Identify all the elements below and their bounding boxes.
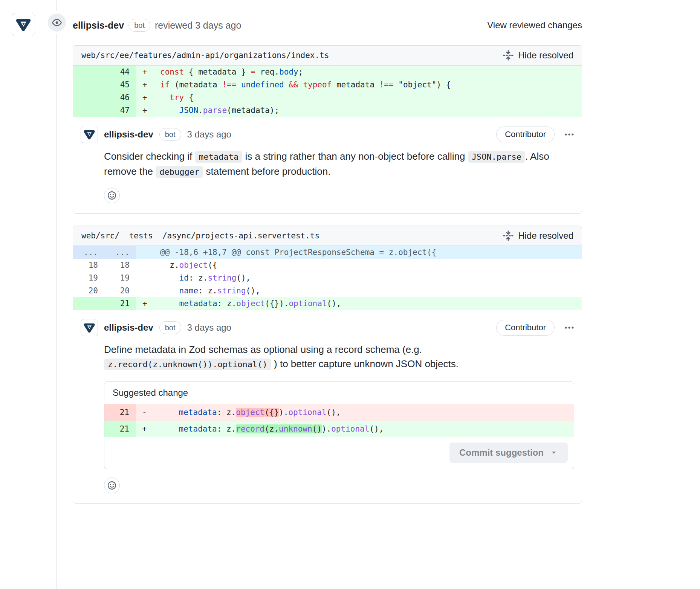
- code-line: z.object({: [136, 259, 582, 272]
- line-number[interactable]: 21: [105, 297, 136, 310]
- hide-resolved-button[interactable]: Hide resolved: [503, 230, 573, 241]
- diff-row: 46+ try {: [73, 91, 582, 104]
- eye-icon: [52, 18, 62, 27]
- line-number[interactable]: 19: [73, 272, 105, 284]
- file-header: web/src/__tests__/async/projects-api.ser…: [73, 226, 582, 246]
- view-reviewed-changes-link[interactable]: View reviewed changes: [487, 20, 582, 31]
- inline-code: metadata: [195, 151, 242, 163]
- reviewer-avatar[interactable]: [12, 13, 35, 36]
- contributor-badge: Contributor: [496, 320, 555, 336]
- diff-row: 2020 name: z.string(),: [73, 284, 582, 297]
- suggestion-footer: Commit suggestion: [104, 437, 574, 469]
- add-reaction-button[interactable]: [104, 478, 120, 493]
- line-number[interactable]: 44: [105, 66, 136, 78]
- line-number[interactable]: [73, 78, 105, 91]
- file-header: web/src/ee/features/admin-api/organizati…: [73, 46, 582, 66]
- bot-badge: bot: [128, 19, 150, 32]
- hide-resolved-label: Hide resolved: [518, 230, 573, 241]
- hide-resolved-button[interactable]: Hide resolved: [503, 50, 573, 61]
- comment: ellipsis-dev bot 3 days ago Contributor …: [73, 310, 582, 503]
- comment-options-button[interactable]: [564, 323, 574, 333]
- comment: ellipsis-dev bot 3 days ago Contributor …: [73, 117, 582, 213]
- line-number[interactable]: 18: [73, 259, 105, 272]
- diff-table: 44+const { metadata } = req.body;45+if (…: [73, 66, 582, 117]
- diff-row: 45+if (metadata !== undefined && typeof …: [73, 78, 582, 91]
- commenter-avatar[interactable]: [81, 319, 98, 336]
- comment-header: ellipsis-dev bot 3 days ago Contributor: [81, 319, 574, 336]
- line-number[interactable]: [73, 104, 105, 117]
- commenter-avatar[interactable]: [81, 126, 98, 143]
- line-number[interactable]: 45: [105, 78, 136, 91]
- suggested-change-block: Suggested change 21- metadata: z.object(…: [104, 381, 574, 469]
- commit-suggestion-label: Commit suggestion: [459, 447, 544, 458]
- code-line: + metadata: z.record(z.unknown()).option…: [136, 421, 574, 437]
- code-line: + JSON.parse(metadata);: [136, 104, 582, 117]
- comment-options-button[interactable]: [564, 130, 574, 139]
- line-number[interactable]: 46: [105, 91, 136, 104]
- code-line: @@ -18,6 +18,7 @@ const ProjectResponseS…: [136, 246, 582, 259]
- code-line: name: z.string(),: [136, 284, 582, 297]
- comment-body: Consider checking if metadata is a strin…: [104, 149, 574, 179]
- line-number[interactable]: 21: [104, 421, 136, 437]
- diff-table: ......@@ -18,6 +18,7 @@ const ProjectRes…: [73, 246, 582, 310]
- commenter-name[interactable]: ellipsis-dev: [104, 129, 153, 140]
- diff-row: 1818 z.object({: [73, 259, 582, 272]
- code-line: +if (metadata !== undefined && typeof me…: [136, 78, 582, 91]
- code-line: + metadata: z.object({}).optional(),: [136, 297, 582, 310]
- ellipsis-dev-logo-icon: [15, 17, 31, 32]
- diff-row: ......@@ -18,6 +18,7 @@ const ProjectRes…: [73, 246, 582, 259]
- line-number[interactable]: [73, 297, 105, 310]
- review-comment-card-1: web/src/ee/features/admin-api/organizati…: [73, 45, 582, 214]
- bot-badge: bot: [159, 321, 181, 334]
- diff-row: 21+ metadata: z.record(z.unknown()).opti…: [104, 421, 574, 437]
- fold-icon: [503, 50, 514, 61]
- line-number[interactable]: 20: [73, 284, 105, 297]
- inline-code: JSON.parse: [468, 151, 525, 163]
- line-number[interactable]: 21: [104, 404, 136, 421]
- inline-code: z.record(z.unknown()).optional(): [104, 359, 271, 370]
- line-number[interactable]: ...: [73, 246, 105, 259]
- line-number[interactable]: 47: [105, 104, 136, 117]
- code-line: id: z.string(),: [136, 272, 582, 284]
- review-header: ellipsis-dev bot reviewed 3 days ago Vie…: [73, 16, 582, 35]
- reviewer-name[interactable]: ellipsis-dev: [73, 20, 124, 31]
- kebab-icon: [564, 130, 574, 139]
- eye-review-badge: [48, 14, 66, 32]
- comment-body: Define metadata in Zod schemas as option…: [104, 342, 574, 372]
- line-number[interactable]: [73, 91, 105, 104]
- fold-icon: [503, 230, 514, 241]
- comment-timestamp[interactable]: 3 days ago: [187, 129, 231, 140]
- code-line: - metadata: z.object({}).optional(),: [136, 404, 574, 421]
- bot-badge: bot: [159, 128, 181, 141]
- commenter-name[interactable]: ellipsis-dev: [104, 322, 153, 333]
- timeline-line: [57, 0, 57, 589]
- comment-timestamp[interactable]: 3 days ago: [187, 322, 231, 333]
- code-line: + try {: [136, 91, 582, 104]
- line-number[interactable]: 18: [105, 259, 136, 272]
- inline-code: debugger: [156, 166, 203, 178]
- line-number[interactable]: 19: [105, 272, 136, 284]
- contributor-badge: Contributor: [496, 127, 555, 142]
- line-number[interactable]: [73, 66, 105, 78]
- diff-row: 1919 id: z.string(),: [73, 272, 582, 284]
- diff-row: 47+ JSON.parse(metadata);: [73, 104, 582, 117]
- ellipsis-dev-logo-icon: [83, 322, 95, 334]
- smiley-icon: [107, 191, 116, 200]
- diff-row: 21+ metadata: z.object({}).optional(),: [73, 297, 582, 310]
- code-line: +const { metadata } = req.body;: [136, 66, 582, 78]
- file-path-link[interactable]: web/src/ee/features/admin-api/organizati…: [81, 51, 329, 60]
- diff-row: 44+const { metadata } = req.body;: [73, 66, 582, 78]
- smiley-icon: [107, 481, 116, 490]
- line-number[interactable]: ...: [105, 246, 136, 259]
- review-action-text: reviewed 3 days ago: [155, 20, 241, 31]
- file-path-link[interactable]: web/src/__tests__/async/projects-api.ser…: [81, 231, 319, 240]
- line-number[interactable]: 20: [105, 284, 136, 297]
- add-reaction-button[interactable]: [104, 188, 120, 203]
- caret-down-icon: [550, 449, 558, 457]
- commit-suggestion-button[interactable]: Commit suggestion: [449, 443, 568, 463]
- ellipsis-dev-logo-icon: [83, 128, 95, 140]
- suggested-change-title: Suggested change: [104, 382, 574, 404]
- diff-row: 21- metadata: z.object({}).optional(),: [104, 404, 574, 421]
- review-comment-card-2: web/src/__tests__/async/projects-api.ser…: [73, 226, 582, 504]
- hide-resolved-label: Hide resolved: [518, 50, 573, 61]
